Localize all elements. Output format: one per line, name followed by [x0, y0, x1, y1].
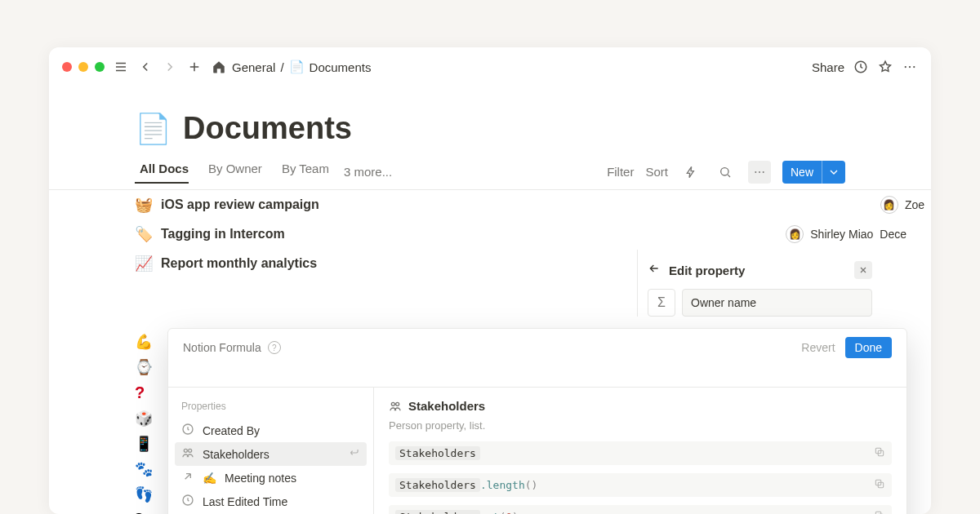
- share-button[interactable]: Share: [812, 60, 844, 74]
- svg-point-7: [755, 171, 756, 173]
- close-window[interactable]: [62, 62, 72, 72]
- done-button[interactable]: Done: [845, 337, 892, 358]
- code-snippet[interactable]: Stakeholders: [389, 441, 892, 465]
- svg-point-12: [189, 449, 192, 452]
- edit-property-panel: Edit property Σ Owner name: [637, 250, 882, 317]
- tab-by-owner[interactable]: By Owner: [203, 162, 262, 182]
- window-controls[interactable]: [62, 62, 105, 72]
- svg-point-11: [184, 449, 187, 452]
- people-icon: [181, 446, 194, 462]
- new-button[interactable]: New: [782, 161, 845, 184]
- close-icon[interactable]: [854, 261, 872, 279]
- revert-button[interactable]: Revert: [801, 341, 835, 354]
- filter-button[interactable]: Filter: [607, 165, 634, 179]
- doc-icon: 🏷️: [135, 225, 153, 243]
- clock-icon: [181, 423, 194, 438]
- formula-input[interactable]: [168, 366, 906, 388]
- view-options-icon[interactable]: [748, 161, 771, 184]
- maximize-window[interactable]: [95, 62, 105, 72]
- doc-icon: 📱: [135, 435, 153, 453]
- relation-icon: [181, 470, 194, 485]
- svg-point-1: [905, 66, 906, 68]
- doc-icon: 👣: [135, 485, 153, 503]
- doc-row[interactable]: 🧺 iOS app review campaign 👩 Zoe: [135, 190, 931, 219]
- breadcrumb-separator: /: [280, 60, 283, 74]
- property-type-icon[interactable]: Σ: [648, 289, 675, 317]
- property-meeting-notes[interactable]: ✍️ Meeting notes: [175, 466, 367, 490]
- home-icon: [211, 59, 227, 75]
- property-detail-subtitle: Person property, list.: [389, 419, 892, 432]
- doc-icon: ?: [135, 383, 153, 402]
- note-emoji: ✍️: [203, 472, 216, 485]
- property-created-by[interactable]: Created By: [175, 419, 367, 442]
- svg-point-3: [913, 66, 915, 68]
- nav-back[interactable]: [137, 59, 154, 75]
- page-icon[interactable]: 📄: [135, 112, 172, 146]
- avatar: 👩: [786, 225, 804, 243]
- copy-icon[interactable]: [874, 478, 885, 492]
- copy-icon[interactable]: [874, 446, 885, 460]
- code-snippet[interactable]: Stakeholders.at(0): [389, 505, 892, 514]
- new-page-icon[interactable]: [186, 59, 203, 75]
- code-snippet[interactable]: Stakeholders.length(): [389, 473, 892, 497]
- doc-title[interactable]: Report monthly analytics: [161, 256, 317, 271]
- svg-point-9: [763, 171, 764, 173]
- person-name: Shirley Miao: [810, 228, 873, 241]
- doc-icon: 🎲: [135, 410, 153, 428]
- info-icon[interactable]: ?: [268, 341, 281, 354]
- breadcrumb-segment[interactable]: General: [232, 60, 275, 74]
- tab-by-team[interactable]: By Team: [277, 162, 329, 182]
- menu-icon[interactable]: [113, 59, 129, 75]
- svg-point-14: [391, 402, 394, 405]
- person-name: Zoe: [905, 198, 924, 211]
- new-dropdown[interactable]: [822, 161, 845, 184]
- sort-button[interactable]: Sort: [645, 165, 668, 179]
- doc-title[interactable]: iOS app review campaign: [161, 197, 319, 212]
- favorite-icon[interactable]: [877, 59, 893, 75]
- breadcrumb-page-icon: 📄: [289, 60, 305, 74]
- search-icon[interactable]: [714, 161, 737, 184]
- tab-all-docs[interactable]: All Docs: [135, 162, 189, 184]
- property-stakeholders[interactable]: Stakeholders: [175, 442, 367, 466]
- more-icon[interactable]: [902, 59, 918, 75]
- clock-icon: [181, 494, 194, 509]
- tabs-more[interactable]: 3 more...: [344, 165, 392, 179]
- panel-title: Edit property: [669, 264, 745, 277]
- doc-icon: ⌚: [135, 358, 153, 376]
- page-title[interactable]: Documents: [183, 111, 352, 146]
- svg-point-8: [759, 171, 760, 173]
- date-value: Dece: [880, 228, 906, 241]
- nav-forward[interactable]: [162, 59, 178, 75]
- formula-editor: Notion Formula ? Revert Done Properties …: [167, 328, 907, 514]
- enter-icon: [349, 447, 360, 461]
- doc-icon: 🐾: [135, 460, 153, 478]
- svg-point-2: [909, 66, 911, 68]
- property-detail-title: Stakeholders: [389, 399, 892, 413]
- doc-icon-column: 💪 ⌚ ? 🎲 📱 🐾 👣 $: [135, 333, 153, 514]
- property-last-edited[interactable]: Last Edited Time: [175, 490, 367, 513]
- updates-icon[interactable]: [853, 59, 869, 75]
- doc-icon: 🧺: [135, 196, 153, 214]
- copy-icon[interactable]: [874, 510, 885, 514]
- formula-label: Notion Formula: [183, 341, 261, 354]
- doc-icon: 💪: [135, 333, 153, 351]
- automations-icon[interactable]: [679, 161, 702, 184]
- back-icon[interactable]: [648, 262, 661, 278]
- doc-title[interactable]: Tagging in Intercom: [161, 227, 285, 241]
- minimize-window[interactable]: [78, 62, 88, 72]
- svg-point-15: [396, 402, 399, 405]
- people-icon: [389, 400, 402, 413]
- breadcrumb-segment[interactable]: Documents: [310, 60, 372, 74]
- section-label: Properties: [175, 397, 367, 419]
- breadcrumb[interactable]: General / 📄 Documents: [211, 59, 371, 75]
- doc-icon: $: [135, 511, 153, 514]
- avatar: 👩: [880, 196, 898, 214]
- doc-icon: 📈: [135, 255, 153, 273]
- property-name-input[interactable]: Owner name: [682, 289, 872, 317]
- doc-row[interactable]: 🏷️ Tagging in Intercom 👩 Shirley Miao De…: [135, 219, 931, 249]
- svg-point-6: [721, 167, 728, 175]
